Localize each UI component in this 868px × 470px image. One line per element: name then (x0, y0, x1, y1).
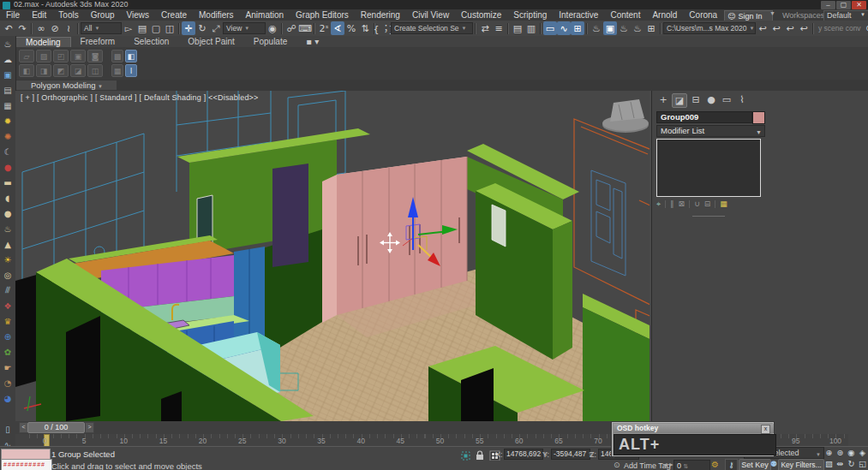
zoom-extents-all-icon[interactable]: ◈ (857, 447, 868, 458)
image-viewer-icon[interactable]: ▣ (1, 67, 15, 82)
pin-stack-icon[interactable]: ⌖ (656, 199, 661, 209)
tab-utilities[interactable]: ⌇ (735, 93, 749, 106)
menu-graph-editors[interactable]: Graph Editors (290, 9, 355, 21)
rain-icon[interactable]: ⫻ (1, 283, 15, 298)
app-logo-icon[interactable] (3, 2, 10, 9)
grid-table-icon[interactable]: ▦ (1, 98, 15, 113)
orbit-icon[interactable]: ↻ (846, 458, 857, 469)
red-sphere-icon[interactable]: ● (1, 159, 15, 175)
select-move-icon[interactable]: ✛ (182, 21, 195, 35)
crown-pyramid-icon[interactable]: ♛ (1, 313, 15, 329)
ribbon-side-button-1[interactable]: ▩ (111, 50, 123, 62)
time-slider-handle[interactable]: 0 / 100 (27, 422, 85, 433)
teapot-icon[interactable]: ♨ (1, 36, 15, 51)
current-frame-field[interactable]: 0 ⇅ (673, 460, 710, 470)
project-folder-dropdown[interactable]: C:\Users\m...s Max 2020▼ (663, 22, 756, 34)
merge-scene-icon[interactable]: ↩ (783, 21, 797, 35)
sign-in-caret-icon[interactable]: ▼ (769, 10, 775, 16)
new-scene-icon[interactable]: ↩ (769, 21, 783, 35)
hand-icon[interactable]: ☛ (1, 360, 15, 375)
named-selection-dropdown[interactable]: Create Selection Se▼ (391, 22, 473, 34)
maximize-button[interactable]: ▢ (836, 1, 851, 9)
object-name-field[interactable]: Group009 (656, 111, 752, 123)
menu-corona[interactable]: Corona (683, 9, 723, 21)
time-slider[interactable]: < 0 / 100 > (15, 421, 650, 435)
show-end-result-icon[interactable]: ∥ (670, 199, 674, 208)
rendered-frame-icon[interactable]: ▣ (603, 21, 617, 35)
redo-icon[interactable]: ↷ (15, 21, 29, 35)
set-keys-toggle[interactable]: ⚷ (725, 459, 738, 470)
render-iterative-icon[interactable]: ♨ (631, 21, 644, 35)
spheres-icon[interactable]: ❖ (1, 298, 15, 313)
globe-icon[interactable]: ⊕ (1, 329, 15, 344)
viewport-label[interactable]: [ + ] [ Orthographic ] [ Standard ] [ De… (21, 93, 259, 102)
make-unique-icon[interactable]: ∪ (694, 199, 700, 208)
ribbon-tool-button-4[interactable]: ▣ (70, 50, 86, 62)
curve-editor-icon[interactable]: ∿ (557, 21, 571, 35)
minimize-button[interactable]: – (821, 1, 835, 9)
ribbon-tool-button-6[interactable]: ◧ (19, 64, 34, 77)
select-scale-icon[interactable]: ⤢ (209, 21, 223, 35)
undo-icon[interactable]: ↶ (2, 21, 15, 35)
isolate-selection-icon[interactable] (462, 452, 470, 460)
remove-modifier-icon[interactable]: ⊟ (704, 199, 711, 208)
ribbon-side-button-4[interactable]: Ⅰ (125, 64, 137, 77)
purple-door[interactable] (272, 164, 308, 267)
sphere-primitive-icon[interactable]: ● (1, 205, 15, 221)
lock-stack-icon[interactable]: ⊠ (679, 199, 685, 208)
zoom-extents-icon[interactable]: ◉ (846, 447, 857, 458)
dome-primitive-icon[interactable]: ◖ (1, 190, 15, 205)
cone-primitive-icon[interactable]: ▲ (1, 236, 15, 252)
ribbon-overflow-icon[interactable]: ▪ ▾ (296, 36, 328, 47)
key-settings-icon[interactable]: ⚙ (711, 460, 719, 469)
tab-hierarchy[interactable]: ⊟ (689, 93, 703, 106)
ribbon-tab-freeform[interactable]: Freeform (71, 36, 125, 47)
select-rotate-icon[interactable]: ↻ (195, 21, 209, 35)
ribbon-tool-button-9[interactable]: ◪ (70, 64, 86, 77)
battery-icon[interactable]: ▯ (1, 421, 15, 437)
moon-icon[interactable]: ☾ (1, 144, 15, 159)
blue-sphere-icon[interactable]: ◕ (1, 390, 15, 406)
y-coordinate-field[interactable]: -3594,487 ⇅ (551, 449, 590, 460)
osd-hotkey-window[interactable]: OSD hotkey x ALT+ (611, 421, 775, 457)
ribbon-tab-populate[interactable]: Populate (244, 36, 296, 47)
maximize-viewport-icon[interactable]: ◱ (857, 458, 868, 469)
schematic-view-icon[interactable]: ⊞ (571, 21, 584, 35)
teapot-primitive-icon[interactable]: ♨ (1, 221, 15, 236)
render-production-icon[interactable]: ♨ (617, 21, 631, 35)
menu-modifiers[interactable]: Modifiers (193, 9, 240, 21)
render-setup-icon[interactable]: ♨ (590, 21, 603, 35)
ribbon-side-button-3[interactable]: ▦ (111, 64, 123, 77)
angle-snap-icon[interactable]: ∢ (331, 21, 344, 35)
next-frame-button[interactable]: > (85, 422, 94, 433)
menu-views[interactable]: Views (121, 9, 156, 21)
menu-group[interactable]: Group (85, 9, 121, 21)
menu-file[interactable]: File (0, 9, 26, 21)
keyboard-override-icon[interactable]: ⌨ (298, 21, 312, 35)
configure-modifier-sets-icon[interactable]: ▦ (720, 199, 727, 208)
menu-civil-view[interactable]: Civil View (406, 9, 455, 21)
select-link-icon[interactable]: ∞ (34, 21, 48, 35)
viewport-3d[interactable]: [ + ] [ Orthographic ] [ Standard ] [ De… (15, 91, 650, 421)
auto-key-icon[interactable]: ⚉ (770, 460, 777, 468)
state-sets-icon[interactable]: ⊞ (644, 21, 658, 35)
zoom-region-icon[interactable]: ▧ (823, 458, 835, 469)
x-coordinate-field[interactable]: 14768,692 ⇅ (504, 449, 543, 460)
frame-step-icon[interactable]: ◄► (662, 461, 674, 467)
menu-scripting[interactable]: Scripting (507, 9, 553, 21)
ribbon-tool-button-3[interactable]: ◰ (53, 50, 69, 62)
plug-icon[interactable]: ✺ (1, 128, 15, 144)
ribbon-tool-button-2[interactable]: ▨ (36, 50, 51, 62)
maxscript-mini-listener-white[interactable]: ########## (1, 459, 52, 470)
ribbon-tool-button-1[interactable]: ▱ (19, 50, 34, 62)
tab-motion[interactable]: ● (704, 93, 718, 106)
ribbon-toggle-icon[interactable]: ▭ (543, 21, 557, 35)
zoom-icon[interactable]: ⊕ (823, 447, 835, 458)
selection-region-icon[interactable]: ▢ (149, 21, 163, 35)
named-selection-sets-icon[interactable]: {︔} (377, 21, 391, 35)
snaps-toggle-icon[interactable]: 2ˢ (317, 21, 331, 35)
ribbon-tab-object-paint[interactable]: Object Paint (178, 36, 243, 47)
menu-edit[interactable]: Edit (26, 9, 52, 21)
list-icon[interactable]: ▤ (1, 82, 15, 98)
osd-close-icon[interactable]: x (761, 425, 770, 434)
